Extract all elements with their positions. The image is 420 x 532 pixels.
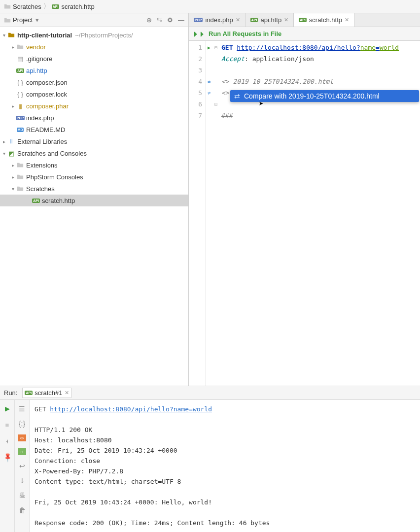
chevron-right-icon: ▸ [10, 163, 16, 168]
php-file-icon: PHP [194, 18, 203, 22]
close-icon[interactable]: ✕ [345, 17, 349, 23]
stop-icon[interactable]: ■ [5, 421, 9, 429]
http-view-icon[interactable]: H [18, 448, 26, 455]
tree-item-api-http[interactable]: ▸ API api.http [0, 65, 188, 76]
diff-icon[interactable]: ⇄ [208, 90, 210, 96]
tree-scratches-root[interactable]: ▾ ◩ Scratches and Consoles [0, 147, 188, 159]
run-panel-header: Run: API scratch#1 ✕ [0, 386, 420, 400]
trash-icon[interactable]: 🗑 [19, 506, 26, 514]
line-gutter: 1234567 [189, 41, 206, 386]
diff-icon[interactable]: ⇄ [208, 79, 210, 84]
archive-icon: ▮ [16, 102, 25, 110]
sidebar-title[interactable]: Project ▾ [4, 16, 39, 24]
chevron-down-icon: ▾ [1, 151, 7, 156]
json-file-icon: { } [16, 91, 25, 98]
out-line: Date: Fri, 25 Oct 2019 10:43:24 +0000 [35, 447, 177, 454]
tree-item-composer-json[interactable]: ▸ { } composer.json [0, 76, 188, 88]
run-toolbar-main: ▶ ■ ⫞ 📌 [0, 400, 15, 532]
folder-icon [16, 173, 25, 180]
tab-api-http[interactable]: API api.http ✕ [245, 13, 294, 27]
chevron-right-icon: ▸ [10, 103, 16, 109]
sidebar-title-label: Project [13, 16, 33, 24]
run-body: ▶ ■ ⫞ 📌 ☰ {;} <> H ↩ ⤓ 🖶 🗑 GET http://lo… [0, 400, 420, 532]
target-icon[interactable]: ⊕ [146, 16, 152, 24]
tree-item-composer-lock[interactable]: ▸ { } composer.lock [0, 88, 188, 100]
pin-icon[interactable]: 📌 [3, 454, 11, 461]
tree-label: composer.json [26, 79, 68, 86]
diff-icon: ⇄ [234, 92, 240, 100]
out-line: Host: localhost:8080 [35, 436, 112, 444]
run-output[interactable]: GET http://localhost:8080/api/hello?name… [30, 400, 420, 532]
out-url[interactable]: http://localhost:8080/api/hello?name=wor… [50, 405, 212, 413]
tree-external-libraries[interactable]: ▸ ⫴ External Libraries [0, 135, 188, 147]
tree-scratches-folder[interactable]: ▾ Scratches [0, 183, 188, 195]
root-path: ~/PhpstormProjects/ [75, 32, 133, 39]
close-icon[interactable]: ✕ [284, 17, 288, 23]
chevron-right-icon: ▸ [10, 44, 16, 50]
run-tab[interactable]: API scratch#1 ✕ [22, 388, 71, 398]
tree-scratch-file[interactable]: ▸ API scratch.http [0, 195, 188, 206]
project-sidebar: Project ▾ ⊕ ⇆ ⚙ — ▾ http-client-tutorial… [0, 13, 189, 386]
out-method: GET [35, 405, 50, 413]
tree-label: Extensions [26, 162, 58, 169]
tree-label: Scratches [26, 185, 55, 193]
tree-item-composer-phar[interactable]: ▸ ▮ composer.phar [0, 100, 188, 112]
breadcrumb-file[interactable]: scratch.http [61, 3, 94, 10]
run-panel: Run: API scratch#1 ✕ ▶ ■ ⫞ 📌 ☰ {;} <> H … [0, 386, 420, 532]
scroll-to-end-icon[interactable]: ⤓ [19, 477, 25, 485]
tree-root[interactable]: ▾ http-client-tutorial ~/PhpstormProject… [0, 29, 188, 41]
close-icon[interactable]: ✕ [236, 17, 240, 23]
breadcrumb: Scratches 〉 API scratch.http [0, 0, 420, 13]
tree-extensions[interactable]: ▸ Extensions [0, 159, 188, 171]
folder-icon [16, 162, 25, 168]
tree-label: README.MD [26, 126, 65, 133]
api-file-icon: API [250, 18, 258, 22]
text-icon[interactable]: ☰ [19, 405, 25, 413]
editor-tabs: PHP index.php ✕ API api.http ✕ API scrat… [189, 13, 420, 27]
scratches-icon: ◩ [7, 150, 16, 157]
context-menu-label: Compare with 2019-10-25T014324.200.html [244, 92, 380, 100]
minimize-icon[interactable]: — [178, 16, 184, 24]
tree-label: composer.phar [26, 102, 69, 110]
tree-phpstorm-consoles[interactable]: ▸ PhpStorm Consoles [0, 171, 188, 183]
gutter-marks: ▶ ⇄ ⇄ [206, 41, 212, 386]
soft-wrap-icon[interactable]: ↩ [19, 462, 25, 470]
layout-icon[interactable]: ⫞ [5, 437, 9, 445]
chevron-right-icon: ▸ [10, 174, 16, 180]
header-value: application/json [252, 55, 314, 63]
sidebar-header: Project ▾ ⊕ ⇆ ⚙ — [0, 13, 188, 27]
tree-label: vendor [26, 43, 46, 51]
fold-gutter: ⊟⊟ [212, 41, 219, 386]
collapse-icon[interactable]: ⇆ [157, 16, 162, 24]
play-icon[interactable]: ▶ [5, 405, 10, 412]
json-tree-icon[interactable]: {;} [19, 420, 25, 428]
api-file-icon: API [52, 4, 60, 9]
tree-item-index-php[interactable]: ▸ PHP index.php [0, 112, 188, 124]
close-icon[interactable]: ✕ [65, 390, 69, 396]
breadcrumb-root[interactable]: Scratches [13, 3, 41, 10]
project-tree: ▾ http-client-tutorial ~/PhpstormProject… [0, 27, 188, 386]
tree-item-readme[interactable]: ▸ MD README.MD [0, 124, 188, 135]
html-view-icon[interactable]: <> [18, 434, 26, 441]
api-file-icon: API [32, 199, 40, 203]
run-all-banner[interactable]: ⏵⏵ Run All Requests in File [189, 27, 420, 41]
tree-item-vendor[interactable]: ▸ vendor [0, 41, 188, 53]
gear-icon[interactable]: ⚙ [167, 16, 173, 24]
compare-context-menu[interactable]: ⇄ Compare with 2019-10-25T014324.200.htm… [230, 90, 419, 102]
editor-body[interactable]: 1234567 ▶ ⇄ ⇄ ⊟⊟ GET http://localhost:80… [189, 41, 420, 386]
chevron-down-icon: ▾ [35, 16, 39, 24]
tree-label: External Libraries [17, 138, 67, 145]
play-icon[interactable]: ▶ [208, 45, 210, 50]
tree-item-gitignore[interactable]: ▸ ▤ .gitignore [0, 53, 188, 65]
print-icon[interactable]: 🖶 [19, 492, 26, 499]
code-area[interactable]: GET http://localhost:8080/api/hello?name… [219, 41, 420, 386]
library-icon: ⫴ [7, 137, 16, 145]
tab-label: api.http [260, 16, 281, 24]
folder-icon [16, 185, 25, 192]
run-tab-label: scratch#1 [35, 389, 62, 397]
tab-index-php[interactable]: PHP index.php ✕ [189, 13, 245, 27]
folder-icon [16, 43, 25, 50]
tab-scratch-http[interactable]: API scratch.http ✕ [294, 13, 354, 27]
header-name: Accept [221, 55, 245, 63]
out-line: Content-type: text/html; charset=UTF-8 [35, 478, 181, 485]
